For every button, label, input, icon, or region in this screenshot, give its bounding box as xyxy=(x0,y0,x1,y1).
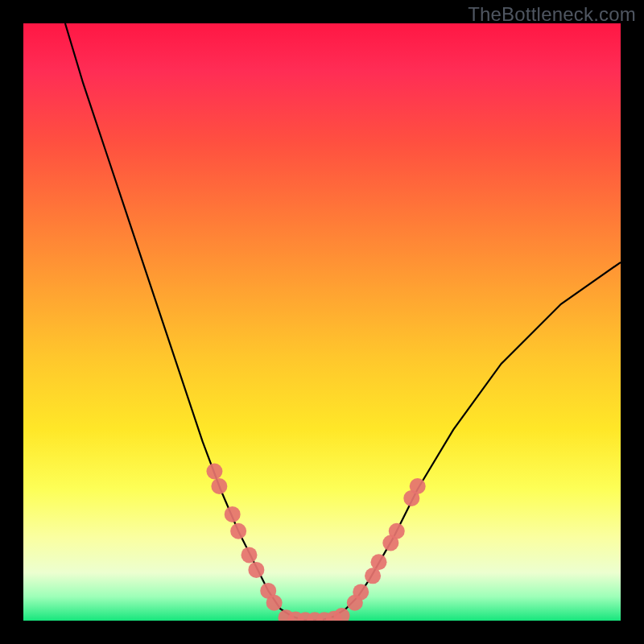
marker-dot xyxy=(230,523,246,539)
marker-dot xyxy=(410,478,426,494)
bottleneck-curve xyxy=(65,23,621,620)
marker-dot xyxy=(353,584,369,600)
marker-dot xyxy=(266,595,283,611)
chart-svg xyxy=(23,23,621,621)
watermark-text: TheBottleneck.com xyxy=(468,3,636,26)
marker-dot xyxy=(370,554,386,570)
marker-dot xyxy=(389,523,405,539)
marker-dot xyxy=(365,568,381,584)
marker-dot xyxy=(248,562,264,578)
marker-dot xyxy=(241,547,257,563)
chart-frame: TheBottleneck.com xyxy=(0,0,644,644)
marker-dot xyxy=(225,506,241,522)
marker-dot xyxy=(333,608,349,621)
data-markers xyxy=(206,464,425,621)
marker-dot xyxy=(206,464,222,480)
marker-dot xyxy=(211,478,227,494)
chart-plot-area xyxy=(23,23,621,621)
